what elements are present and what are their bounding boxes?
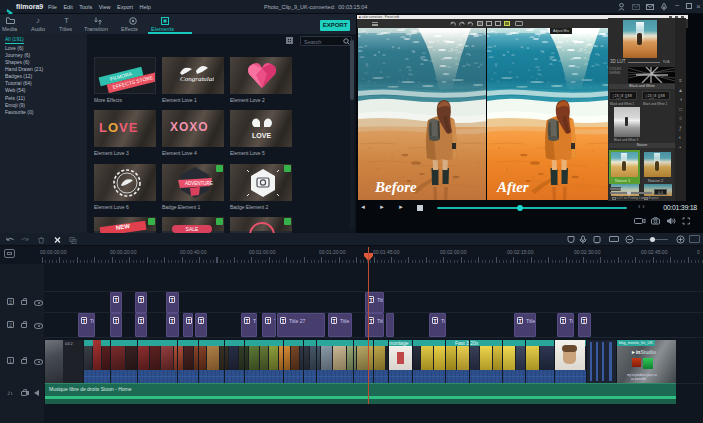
svg-text:Congratulati: Congratulati (180, 75, 214, 83)
svg-text:LOVE: LOVE (252, 132, 271, 139)
svg-text:ADVENTURE: ADVENTURE (185, 181, 213, 186)
